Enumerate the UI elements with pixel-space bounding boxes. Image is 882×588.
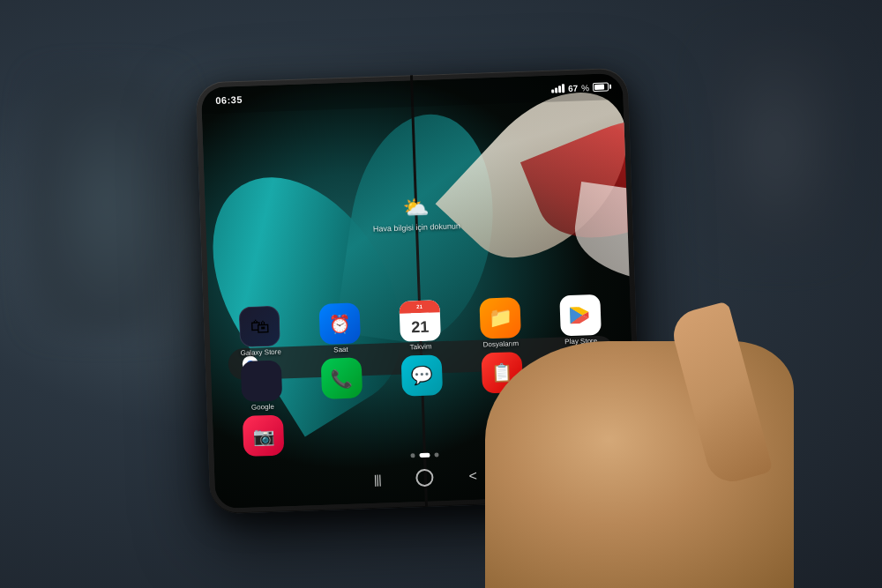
play-store-icon [559,294,602,337]
background-left [26,71,185,335]
back-button[interactable]: < [468,468,477,484]
recents-button[interactable]: ||| [374,473,381,487]
cal-body: 21 [411,313,430,342]
status-time: 06:35 [215,94,243,106]
app-saat[interactable]: Saat [301,302,379,356]
google-label: Google [251,404,274,413]
scene: 06:35 67 % [0,0,882,588]
page-dots [410,452,438,458]
app-takvim[interactable]: 21 21 Takvim [381,300,460,354]
saat-icon [319,303,362,346]
status-icons: 67 % [551,82,609,93]
app-google[interactable]: Google [223,360,302,413]
galaxy-store-icon [239,306,281,348]
petal-5 [569,182,637,291]
app-play-store[interactable]: Play Store [542,294,620,348]
play-store-svg [567,303,593,329]
takvim-label: Takvim [410,344,432,353]
google-icon [241,361,283,403]
saat-label: Saat [333,346,348,354]
cal-header: 21 [399,301,439,315]
battery-icon [593,82,609,92]
app-dosyalarim[interactable]: Dosyalarım [461,297,540,351]
weather-icon: ⛅ [402,195,430,220]
galaxy-store-label: Galaxy Store [240,349,281,358]
app-camera[interactable] [225,414,303,460]
page-dot-1 [410,453,415,458]
app-messages[interactable] [383,354,461,408]
background-right [706,35,847,256]
dosyalarim-icon [479,297,521,339]
phone-icon [321,358,363,400]
app-galaxy-store[interactable]: Galaxy Store [221,305,300,359]
battery-percent: 67 [568,83,579,93]
signal-icon [551,84,564,93]
messages-icon [401,354,444,397]
page-dot-2 [419,453,430,458]
page-dot-3 [434,452,438,457]
weather-widget[interactable]: ⛅ Hava bilgisi için dokunun [372,193,460,233]
home-button[interactable] [415,469,434,488]
app-phone[interactable] [303,357,381,411]
takvim-icon: 21 21 [399,301,441,343]
dosyalarim-label: Dosyalarım [483,340,519,349]
camera-icon [243,414,285,457]
